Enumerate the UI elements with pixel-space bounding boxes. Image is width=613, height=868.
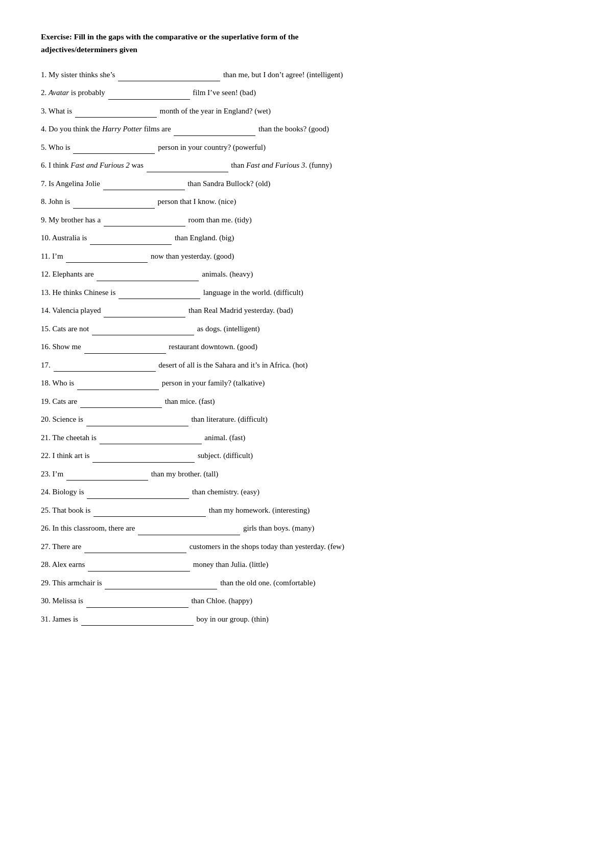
list-item: 7. Is Angelina Jolie than Sandra Bullock…: [41, 177, 572, 191]
list-item: 16. Show me restaurant downtown. (good): [41, 340, 572, 354]
blank-25[interactable]: [93, 509, 206, 517]
blank-28[interactable]: [88, 564, 190, 572]
list-item: 24. Biology is than chemistry. (easy): [41, 486, 572, 499]
blank-16[interactable]: [84, 346, 166, 354]
list-item: 30. Melissa is than Chloe. (happy): [41, 595, 572, 608]
list-item: 5. Who is person in your country? (power…: [41, 141, 572, 154]
list-item: 9. My brother has a room than me. (tidy): [41, 214, 572, 227]
blank-20[interactable]: [86, 419, 188, 426]
list-item: 31. James is boy in our group. (thin): [41, 613, 572, 626]
blank-3[interactable]: [75, 110, 157, 118]
blank-4[interactable]: [174, 128, 255, 136]
list-item: 11. I’m now than yesterday. (good): [41, 250, 572, 263]
exercise-title: Exercise: Fill in the gaps with the comp…: [41, 31, 572, 56]
list-item: 20. Science is than literature. (difficu…: [41, 413, 572, 426]
blank-19[interactable]: [80, 400, 162, 408]
blank-27[interactable]: [84, 545, 186, 553]
list-item: 21. The cheetah is animal. (fast): [41, 431, 572, 445]
blank-10[interactable]: [90, 237, 172, 245]
list-item: 29. This armchair is than the old one. (…: [41, 577, 572, 590]
blank-17[interactable]: [54, 364, 156, 372]
blank-8[interactable]: [73, 201, 155, 209]
list-item: 28. Alex earns money than Julia. (little…: [41, 558, 572, 572]
blank-31[interactable]: [81, 618, 194, 626]
list-item: 15. Cats are not as dogs. (intelligent): [41, 323, 572, 336]
blank-11[interactable]: [66, 255, 148, 263]
list-item: 13. He thinks Chinese is language in the…: [41, 286, 572, 300]
list-item: 26. In this classroom, there are girls t…: [41, 522, 572, 535]
list-item: 25. That book is than my homework. (inte…: [41, 504, 572, 517]
blank-7[interactable]: [103, 182, 185, 190]
blank-1[interactable]: [118, 74, 220, 81]
blank-5[interactable]: [73, 146, 155, 154]
blank-24[interactable]: [87, 491, 189, 499]
list-item: 27. There are customers in the shops tod…: [41, 540, 572, 554]
list-item: 19. Cats are than mice. (fast): [41, 395, 572, 408]
list-item: 22. I think art is subject. (difficult): [41, 449, 572, 463]
blank-12[interactable]: [97, 273, 199, 281]
list-item: 17. desert of all is the Sahara and it’s…: [41, 359, 572, 372]
blank-15[interactable]: [92, 328, 194, 335]
list-item: 12. Elephants are animals. (heavy): [41, 268, 572, 281]
blank-29[interactable]: [105, 582, 217, 589]
blank-14[interactable]: [104, 310, 185, 317]
blank-21[interactable]: [100, 437, 202, 444]
blank-30[interactable]: [86, 600, 188, 608]
list-item: 2. Avatar is probably film I’ve seen! (b…: [41, 86, 572, 100]
list-item: 14. Valencia played than Real Madrid yes…: [41, 304, 572, 317]
list-item: 6. I think Fast and Furious 2 was than F…: [41, 159, 572, 172]
blank-6[interactable]: [147, 165, 228, 172]
page-container: Exercise: Fill in the gaps with the comp…: [41, 31, 572, 626]
blank-13[interactable]: [119, 291, 200, 299]
blank-18[interactable]: [77, 382, 159, 390]
blank-26[interactable]: [138, 528, 240, 535]
blank-9[interactable]: [104, 219, 185, 226]
list-item: 3. What is month of the year in England?…: [41, 105, 572, 118]
blank-22[interactable]: [92, 455, 195, 463]
list-item: 8. John is person that I know. (nice): [41, 195, 572, 209]
exercise-list: 1. My sister thinks she’s than me, but I…: [41, 68, 572, 626]
list-item: 1. My sister thinks she’s than me, but I…: [41, 68, 572, 82]
list-item: 23. I’m than my brother. (tall): [41, 468, 572, 481]
blank-23[interactable]: [66, 473, 148, 481]
list-item: 4. Do you think the Harry Potter films a…: [41, 123, 572, 136]
list-item: 18. Who is person in your family? (talka…: [41, 377, 572, 390]
blank-2[interactable]: [108, 92, 190, 100]
list-item: 10. Australia is than England. (big): [41, 232, 572, 245]
